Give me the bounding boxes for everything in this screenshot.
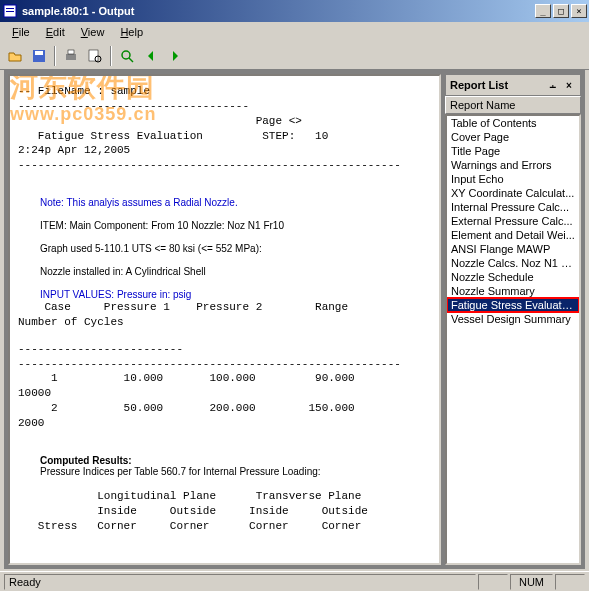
doc-dash: ----------------------------------- <box>18 99 431 114</box>
minimize-button[interactable]: _ <box>535 4 551 18</box>
svg-rect-4 <box>35 51 43 55</box>
toolbar-separator <box>110 46 112 66</box>
doc-row: 2000 <box>18 416 431 431</box>
close-panel-icon[interactable]: × <box>562 78 576 92</box>
doc-table-header2: Number of Cycles <box>18 315 431 330</box>
document-pane[interactable]: 河东软件园 www.pc0359.cn -- FileName : sample… <box>8 74 441 565</box>
doc-dash: ----------------------------------------… <box>18 357 431 372</box>
report-item[interactable]: Nozzle Calcs. Noz N1 F... <box>447 256 579 270</box>
doc-plane-header: Inside Outside Inside Outside <box>18 504 431 519</box>
svg-point-9 <box>122 51 130 59</box>
window-titlebar: sample.t80:1 - Output _ □ × <box>0 0 589 22</box>
doc-dash: ----------------------------------------… <box>18 158 431 173</box>
svg-line-10 <box>129 58 133 62</box>
svg-rect-5 <box>66 54 76 60</box>
status-num: NUM <box>510 574 553 590</box>
report-item[interactable]: XY Coordinate Calculat... <box>447 186 579 200</box>
menu-help[interactable]: Help <box>112 24 151 40</box>
print-preview-icon[interactable] <box>84 45 106 67</box>
svg-rect-7 <box>89 50 98 61</box>
doc-row: 10000 <box>18 386 431 401</box>
app-icon <box>2 3 18 19</box>
doc-note: Note: This analyis assumes a Radial Nozz… <box>40 197 431 208</box>
prev-icon[interactable] <box>140 45 162 67</box>
menu-file[interactable]: File <box>4 24 38 40</box>
doc-input-values: INPUT VALUES: Pressure in: psig <box>40 289 431 300</box>
next-icon[interactable] <box>164 45 186 67</box>
report-item[interactable]: ANSI Flange MAWP <box>447 242 579 256</box>
menu-bar: File Edit View Help <box>0 22 589 42</box>
doc-table-header: Case Pressure 1 Pressure 2 Range <box>18 300 431 315</box>
report-item[interactable]: Title Page <box>447 144 579 158</box>
window-title: sample.t80:1 - Output <box>22 5 533 17</box>
report-list[interactable]: Table of ContentsCover PageTitle PageWar… <box>445 114 581 565</box>
status-cell <box>555 574 585 590</box>
doc-header: -- FileName : sample <box>18 84 431 99</box>
doc-row: 1 10.000 100.000 90.000 <box>18 371 431 386</box>
toolbar <box>0 42 589 70</box>
doc-graph: Graph used 5-110.1 UTS <= 80 ksi (<= 552… <box>40 243 431 254</box>
report-item[interactable]: Internal Pressure Calc... <box>447 200 579 214</box>
report-item[interactable]: Table of Contents <box>447 116 579 130</box>
doc-item: ITEM: Main Component: From 10 Nozzle: No… <box>40 220 431 231</box>
workspace: 河东软件园 www.pc0359.cn -- FileName : sample… <box>4 70 585 569</box>
report-list-title-text: Report List <box>450 79 508 91</box>
report-list-header[interactable]: Report Name <box>445 96 581 114</box>
menu-view[interactable]: View <box>73 24 113 40</box>
report-list-panel: Report List ⫠ × Report Name Table of Con… <box>445 74 581 565</box>
menu-edit[interactable]: Edit <box>38 24 73 40</box>
status-ready: Ready <box>4 574 476 590</box>
status-cell <box>478 574 508 590</box>
status-bar: Ready NUM <box>0 571 589 591</box>
doc-page: Page <> <box>18 114 431 129</box>
doc-nozzle: Nozzle installed in: A Cylindrical Shell <box>40 266 431 277</box>
open-icon[interactable] <box>4 45 26 67</box>
toolbar-separator <box>54 46 56 66</box>
report-item[interactable]: Element and Detail Wei... <box>447 228 579 242</box>
print-icon[interactable] <box>60 45 82 67</box>
save-icon[interactable] <box>28 45 50 67</box>
report-item[interactable]: Vessel Design Summary <box>447 312 579 326</box>
report-item[interactable]: Nozzle Schedule <box>447 270 579 284</box>
report-item[interactable]: External Pressure Calc... <box>447 214 579 228</box>
doc-pidx: Pressure Indices per Table 560.7 for Int… <box>40 466 431 477</box>
doc-plane-header: Longitudinal Plane Transverse Plane <box>18 489 431 504</box>
report-item[interactable]: Input Echo <box>447 172 579 186</box>
maximize-button[interactable]: □ <box>553 4 569 18</box>
report-item[interactable]: Fatigue Stress Evaluation <box>447 298 579 312</box>
report-item[interactable]: Warnings and Errors <box>447 158 579 172</box>
report-item[interactable]: Nozzle Summary <box>447 284 579 298</box>
report-item[interactable]: Cover Page <box>447 130 579 144</box>
doc-title: Fatigue Stress Evaluation STEP: 10 <box>18 129 431 144</box>
doc-computed: Computed Results: <box>40 455 431 466</box>
doc-time: 2:24p Apr 12,2005 <box>18 143 431 158</box>
svg-rect-2 <box>6 11 14 12</box>
doc-row: 2 50.000 200.000 150.000 <box>18 401 431 416</box>
report-list-title: Report List ⫠ × <box>445 74 581 96</box>
svg-rect-1 <box>6 8 14 9</box>
close-button[interactable]: × <box>571 4 587 18</box>
svg-rect-6 <box>68 50 74 54</box>
pin-icon[interactable]: ⫠ <box>546 78 560 92</box>
find-icon[interactable] <box>116 45 138 67</box>
doc-plane-header: Stress Corner Corner Corner Corner <box>18 519 431 534</box>
doc-dash: ------------------------- <box>18 342 431 357</box>
